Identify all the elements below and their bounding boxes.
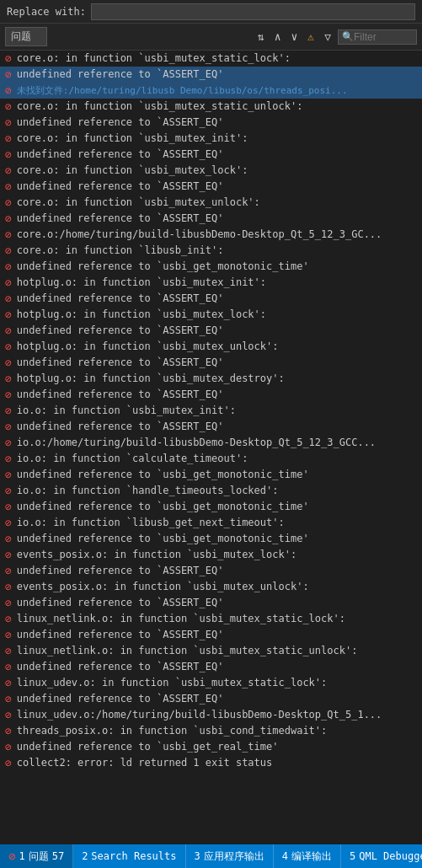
- error-icon: ⊘: [5, 405, 12, 417]
- list-item[interactable]: ⊘undefined reference to `ASSERT_EQ': [0, 691, 422, 707]
- list-item[interactable]: ⊘linux_netlink.o: in function `usbi_mute…: [0, 611, 422, 627]
- list-item[interactable]: ⊘hotplug.o: in function `usbi_mutex_dest…: [0, 371, 422, 387]
- warning-icon[interactable]: ⚠: [304, 29, 318, 45]
- error-dot-icon: ⊘: [8, 849, 15, 863]
- tab-qml-label: QML Debugger...: [359, 850, 422, 862]
- tab-search-label: Search Results: [91, 850, 176, 862]
- error-icon: ⊘: [5, 164, 12, 177]
- tab-problems-number: 1: [19, 850, 24, 862]
- list-item[interactable]: ⊘core.o:/home/turing/build-libusbDemo-De…: [0, 227, 422, 243]
- list-item[interactable]: ⊘core.o: in function `usbi_mutex_lock':: [0, 163, 422, 179]
- list-item[interactable]: ⊘undefined reference to `ASSERT_EQ': [0, 147, 422, 163]
- error-icon: ⊘: [5, 629, 12, 641]
- list-item[interactable]: ⊘undefined reference to `ASSERT_EQ': [0, 387, 422, 403]
- problem-text: core.o: in function `libusb_init':: [17, 244, 417, 258]
- problem-text: undefined reference to `ASSERT_EQ': [17, 115, 417, 130]
- list-item[interactable]: ⊘core.o: in function `usbi_mutex_static_…: [0, 51, 422, 67]
- search-icon: 🔍: [342, 31, 354, 42]
- list-item[interactable]: ⊘undefined reference to `ASSERT_EQ': [0, 563, 422, 579]
- error-icon: ⊘: [5, 421, 12, 433]
- list-item[interactable]: ⊘events_posix.o: in function `usbi_mutex…: [0, 579, 422, 595]
- problem-text: hotplug.o: in function `usbi_mutex_init'…: [17, 276, 417, 290]
- problem-text: linux_udev.o: in function `usbi_mutex_st…: [17, 676, 417, 690]
- list-item[interactable]: ⊘undefined reference to `ASSERT_EQ': [0, 323, 422, 339]
- list-item[interactable]: ⊘undefined reference to `ASSERT_EQ': [0, 67, 422, 83]
- error-icon: ⊘: [5, 388, 12, 401]
- list-item[interactable]: ⊘core.o: in function `usbi_mutex_static_…: [0, 99, 422, 115]
- tab-search-results[interactable]: 2 Search Results: [73, 844, 185, 868]
- list-item[interactable]: ⊘undefined reference to `ASSERT_EQ': [0, 659, 422, 675]
- problem-text: events_posix.o: in function `usbi_mutex_…: [17, 548, 417, 562]
- list-item[interactable]: ⊘linux_netlink.o: in function `usbi_mute…: [0, 643, 422, 659]
- problem-text: hotplug.o: in function `usbi_mutex_unloc…: [17, 340, 417, 354]
- filter-input[interactable]: [354, 31, 413, 43]
- list-item[interactable]: ⊘io.o: in function `libusb_get_next_time…: [0, 515, 422, 531]
- list-item[interactable]: ⊘events_posix.o: in function `usbi_mutex…: [0, 547, 422, 563]
- error-icon: ⊘: [5, 308, 12, 321]
- filter-input-wrap: 🔍: [338, 29, 417, 45]
- list-item[interactable]: ⊘undefined reference to `usbi_get_monoto…: [0, 531, 422, 547]
- error-icon: ⊘: [5, 148, 12, 161]
- error-icon: ⊘: [5, 741, 12, 753]
- list-item[interactable]: ⊘linux_udev.o: in function `usbi_mutex_s…: [0, 675, 422, 691]
- tab-app-label: 应用程序输出: [204, 849, 264, 864]
- problem-text: undefined reference to `ASSERT_EQ': [17, 660, 417, 674]
- tab-problems[interactable]: ⊘ 1 问题 57: [0, 844, 73, 868]
- list-item[interactable]: ⊘collect2: error: ld returned 1 exit sta…: [0, 755, 422, 771]
- list-item[interactable]: ⊘undefined reference to `ASSERT_EQ': [0, 355, 422, 371]
- down-icon[interactable]: ∨: [288, 29, 302, 45]
- replace-input[interactable]: [91, 3, 415, 20]
- list-item[interactable]: ⊘undefined reference to `usbi_get_monoto…: [0, 499, 422, 515]
- list-item[interactable]: ⊘undefined reference to `ASSERT_EQ': [0, 179, 422, 195]
- tab-app-output[interactable]: 3 应用程序输出: [186, 844, 274, 868]
- list-item[interactable]: ⊘undefined reference to `usbi_get_monoto…: [0, 259, 422, 275]
- list-item[interactable]: ⊘linux_udev.o:/home/turing/build-libusbD…: [0, 707, 422, 723]
- list-item[interactable]: ⊘hotplug.o: in function `usbi_mutex_unlo…: [0, 339, 422, 355]
- error-icon: ⊘: [5, 180, 12, 193]
- error-icon: ⊘: [5, 677, 12, 689]
- list-item[interactable]: ⊘undefined reference to `usbi_get_real_t…: [0, 739, 422, 755]
- problem-text: undefined reference to `ASSERT_EQ': [17, 388, 417, 402]
- up-icon[interactable]: ∧: [271, 29, 285, 45]
- list-item[interactable]: ⊘hotplug.o: in function `usbi_mutex_init…: [0, 275, 422, 291]
- list-item[interactable]: ⊘undefined reference to `ASSERT_EQ': [0, 291, 422, 307]
- error-icon: ⊘: [5, 132, 12, 145]
- error-icon: ⊘: [5, 276, 12, 289]
- list-item[interactable]: ⊘core.o: in function `usbi_mutex_init':: [0, 131, 422, 147]
- list-item[interactable]: ⊘io.o: in function `usbi_mutex_init':: [0, 403, 422, 419]
- error-icon: ⊘: [5, 116, 12, 129]
- problem-text: undefined reference to `ASSERT_EQ': [17, 147, 417, 162]
- list-item[interactable]: ⊘core.o: in function `usbi_mutex_unlock'…: [0, 195, 422, 211]
- list-item[interactable]: ⊘io.o:/home/turing/build-libusbDemo-Desk…: [0, 435, 422, 451]
- error-icon: ⊘: [5, 68, 12, 81]
- tab-problems-label: 问题: [29, 849, 49, 864]
- list-item[interactable]: ⊘core.o: in function `libusb_init':: [0, 243, 422, 259]
- list-item[interactable]: ⊘undefined reference to `usbi_get_monoto…: [0, 467, 422, 483]
- list-item[interactable]: ⊘undefined reference to `ASSERT_EQ': [0, 627, 422, 643]
- tab-compile-output[interactable]: 4 编译输出: [274, 844, 341, 868]
- filter-icon[interactable]: ▽: [321, 29, 334, 45]
- toolbar: 问题 ⇅ ∧ ∨ ⚠ ▽ 🔍: [0, 24, 422, 51]
- list-item[interactable]: ⊘undefined reference to `ASSERT_EQ': [0, 595, 422, 611]
- list-item[interactable]: ⊘undefined reference to `ASSERT_EQ': [0, 211, 422, 227]
- problem-text: core.o: in function `usbi_mutex_init':: [17, 131, 417, 146]
- error-icon: ⊘: [5, 725, 12, 737]
- list-item[interactable]: ⊘io.o: in function `handle_timeouts_lock…: [0, 483, 422, 499]
- list-item[interactable]: ⊘undefined reference to `ASSERT_EQ': [0, 115, 422, 131]
- problem-text: hotplug.o: in function `usbi_mutex_destr…: [17, 372, 417, 386]
- problem-text: io.o: in function `libusb_get_next_timeo…: [17, 516, 417, 530]
- problem-text: undefined reference to `usbi_get_monoton…: [17, 500, 417, 514]
- list-item[interactable]: ⊘undefined reference to `ASSERT_EQ': [0, 419, 422, 435]
- list-item[interactable]: ⊘threads_posix.o: in function `usbi_cond…: [0, 723, 422, 739]
- problem-text: collect2: error: ld returned 1 exit stat…: [17, 756, 417, 770]
- tab-qml-debugger[interactable]: 5 QML Debugger...: [341, 844, 422, 868]
- replace-bar: Replace with:: [0, 0, 422, 24]
- list-item[interactable]: ⊘io.o: in function `calculate_timeout':: [0, 451, 422, 467]
- problem-text: threads_posix.o: in function `usbi_cond_…: [17, 724, 417, 738]
- problem-text: undefined reference to `ASSERT_EQ': [17, 324, 417, 338]
- list-item[interactable]: ⊘未找到文件:/home/turing/libusb Demo/libusb/o…: [0, 83, 422, 99]
- error-icon: ⊘: [5, 549, 12, 561]
- error-icon: ⊘: [5, 645, 12, 657]
- list-item[interactable]: ⊘hotplug.o: in function `usbi_mutex_lock…: [0, 307, 422, 323]
- sort-icon[interactable]: ⇅: [254, 29, 268, 45]
